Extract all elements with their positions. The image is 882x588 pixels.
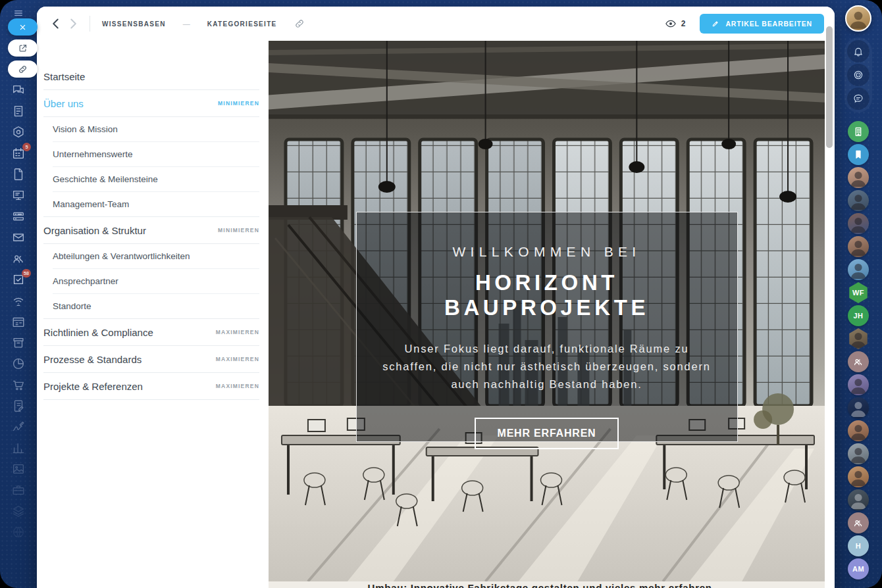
topbar-divider	[90, 16, 90, 32]
current-user-avatar[interactable]	[845, 5, 871, 32]
menu-icon[interactable]	[12, 8, 25, 18]
hero-title: HORIZONT BAUPROJEKTE	[376, 270, 717, 320]
nav-item-label: Richtlinien & Compliance	[43, 327, 153, 338]
person-avatar[interactable]	[848, 121, 869, 142]
pencil-icon	[712, 20, 719, 28]
person-avatar[interactable]	[848, 351, 869, 372]
hero-section: WILLKOMMEN BEI HORIZONT BAUPROJEKTE Unse…	[269, 41, 825, 588]
rail-icon-globe[interactable]	[11, 525, 26, 539]
rail-icon-team[interactable]	[11, 251, 26, 266]
person-avatar[interactable]	[848, 167, 869, 188]
people-list: WFJHHAM	[848, 121, 869, 579]
forward-button[interactable]	[65, 15, 82, 32]
nav-item-label: Standorte	[53, 301, 91, 311]
rail-icon-server[interactable]	[11, 209, 26, 224]
nav-item-label: Abteilungen & Verantwortlichkeiten	[53, 251, 190, 261]
avatar-initials: H	[856, 542, 861, 550]
person-avatar[interactable]	[848, 466, 869, 487]
notification-badge: 58	[22, 269, 31, 278]
nav-item-label: Projekte & Referenzen	[43, 381, 143, 392]
category-nav: StartseiteÜber unsMINIMIERENVision & Mis…	[37, 41, 269, 588]
collapse-toggle[interactable]: MAXIMIEREN	[216, 329, 261, 335]
collapse-toggle[interactable]: MAXIMIEREN	[216, 356, 261, 362]
copy-page-link-icon[interactable]	[294, 18, 305, 29]
nav-item-label: Geschichte & Meilensteine	[53, 174, 158, 184]
nav-item[interactable]: Organisation & StrukturMINIMIEREN	[42, 217, 261, 243]
nav-item[interactable]: Über unsMINIMIEREN	[42, 90, 261, 116]
open-external-button[interactable]	[8, 39, 38, 57]
rail-icon-layers[interactable]	[11, 504, 26, 518]
person-avatar[interactable]	[848, 489, 869, 510]
edit-article-button[interactable]: ARTIKEL BEARBEITEN	[700, 14, 824, 34]
person-avatar[interactable]	[848, 443, 869, 464]
person-avatar[interactable]	[848, 420, 869, 441]
rail-icon-shop-cart[interactable]	[11, 378, 26, 392]
collapse-toggle[interactable]: MINIMIEREN	[218, 227, 261, 233]
person-avatar[interactable]	[848, 328, 869, 349]
nav-item[interactable]: Prozesse & StandardsMAXIMIEREN	[42, 346, 261, 372]
rail-icon-signature[interactable]	[11, 420, 26, 434]
nav-item[interactable]: Geschichte & Meilensteine	[42, 167, 261, 191]
copy-link-button[interactable]	[8, 61, 38, 78]
person-avatar[interactable]	[848, 144, 869, 165]
person-avatar[interactable]: JH	[848, 305, 869, 326]
person-avatar[interactable]	[848, 236, 869, 257]
rail-icon-wifi[interactable]	[11, 293, 26, 308]
views-indicator: 2	[665, 18, 686, 30]
close-icon	[18, 22, 28, 32]
messages-button[interactable]	[847, 87, 869, 110]
avatar-initials: JH	[854, 312, 864, 320]
avatar-initials: AM	[852, 565, 864, 573]
breadcrumb-item[interactable]: KATEGORIESEITE	[207, 20, 277, 28]
rail-icon-analytics-pie[interactable]	[11, 356, 26, 371]
person-avatar[interactable]: AM	[848, 558, 869, 579]
clipped-caption: Umbau: Innovative Fabriketage gestalten …	[269, 581, 825, 588]
rail-icon-contract[interactable]	[11, 399, 26, 413]
collapse-toggle[interactable]: MINIMIEREN	[218, 100, 261, 107]
rail-icon-documents[interactable]	[11, 167, 26, 182]
person-avatar[interactable]	[848, 374, 869, 395]
rail-icon-archive[interactable]	[11, 335, 26, 350]
rail-icon-mail[interactable]	[11, 230, 26, 245]
topbar: WISSENSBASEN—KATEGORIESEITE 2 ARTIKEL BE…	[37, 7, 835, 41]
nav-item[interactable]: Ansprechpartner	[42, 269, 261, 293]
nav-item[interactable]: Richtlinien & ComplianceMAXIMIEREN	[42, 319, 261, 345]
nav-item[interactable]: Projekte & ReferenzenMAXIMIEREN	[42, 373, 261, 399]
nav-item-label: Über uns	[43, 98, 84, 109]
rail-icon-planner[interactable]	[11, 314, 26, 329]
back-button[interactable]	[47, 15, 65, 32]
person-avatar[interactable]: H	[848, 535, 869, 556]
rail-icon-presentation[interactable]	[11, 188, 26, 203]
rail-icon-statistics[interactable]	[11, 441, 26, 455]
nav-item-label: Unternehmenswerte	[53, 149, 133, 159]
person-avatar[interactable]	[848, 512, 869, 533]
breadcrumb-item[interactable]: WISSENSBASEN	[102, 20, 166, 28]
nav-item-label: Startseite	[43, 71, 85, 82]
rail-icon-tasks[interactable]: 58	[11, 272, 26, 287]
rail-icon-news[interactable]	[11, 104, 26, 118]
nav-item[interactable]: Vision & Mission	[42, 117, 261, 141]
nav-item[interactable]: Startseite	[42, 63, 261, 89]
collapse-toggle[interactable]: MAXIMIEREN	[216, 383, 261, 389]
notifications-button[interactable]	[847, 40, 869, 62]
person-avatar[interactable]	[848, 213, 869, 234]
rail-icon-calendar[interactable]: 5	[11, 146, 26, 160]
nav-item[interactable]: Unternehmenswerte	[42, 142, 261, 166]
nav-item[interactable]: Standorte	[42, 294, 261, 318]
person-avatar[interactable]: WF	[848, 282, 869, 303]
nav-item[interactable]: Abteilungen & Verantwortlichkeiten	[42, 244, 261, 268]
nav-divider	[43, 399, 259, 400]
close-panel-button[interactable]	[8, 18, 38, 36]
rail-icon-gallery[interactable]	[11, 462, 26, 476]
rail-icon-chat[interactable]	[11, 83, 26, 97]
rail-buttons	[844, 37, 872, 112]
rail-icon-briefcase[interactable]	[11, 483, 26, 497]
person-avatar[interactable]	[848, 190, 869, 211]
person-avatar[interactable]	[848, 259, 869, 280]
vertical-scrollbar[interactable]	[826, 26, 833, 148]
rail-icon-settings-hex[interactable]	[11, 125, 26, 139]
discover-button[interactable]	[847, 64, 869, 86]
person-avatar[interactable]	[848, 397, 869, 418]
nav-item[interactable]: Management-Team	[42, 192, 261, 216]
learn-more-button[interactable]: MEHR ERFAHREN	[475, 418, 619, 449]
